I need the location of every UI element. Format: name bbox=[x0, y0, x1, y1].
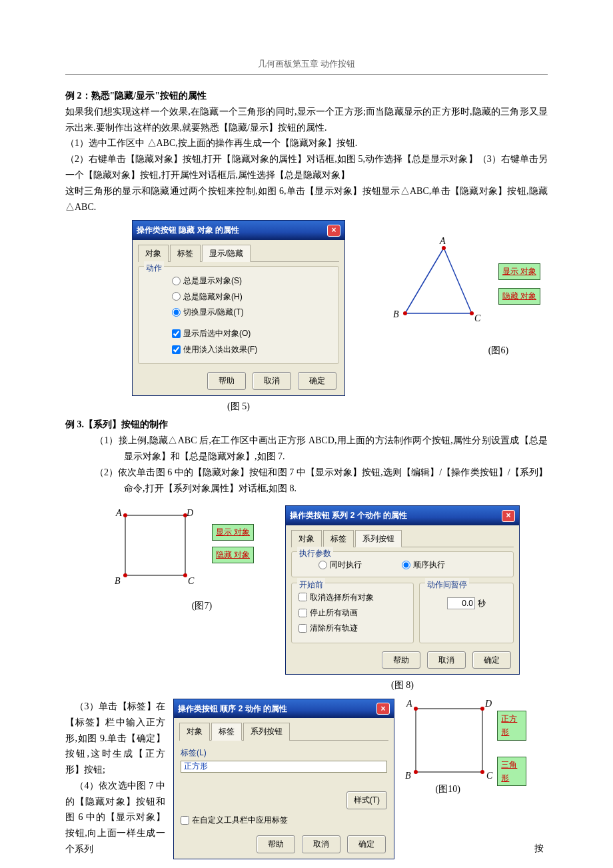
cancel-button[interactable]: 取消 bbox=[427, 651, 466, 669]
vertex-C: C bbox=[474, 311, 480, 327]
svg-line-0 bbox=[405, 248, 444, 313]
dialog5: 操作类按钮 隐藏 对象 的属性 × 对象 标签 显示/隐藏 动作 总是显示对象(… bbox=[132, 220, 345, 395]
s3-3: （3）单击【标签】在【标签】栏中输入正方形,如图 9.单击【确定】按钮,这时生成… bbox=[65, 699, 165, 778]
svg-point-12 bbox=[414, 707, 418, 711]
group-exec-title: 执行参数 bbox=[297, 547, 333, 560]
dialog9: 操作类按钮 顺序 2 动作 的属性 × 对象 标签 系列按钮 标签(L) 样 bbox=[173, 699, 394, 859]
p4: 这时三角形的显示和隐藏通过两个按钮来控制,如图 6,单击【显示对象】按钮显示△A… bbox=[65, 183, 548, 215]
group-exec: 执行参数 同时执行 顺序执行 bbox=[291, 551, 514, 577]
check-stopanim[interactable]: 停止所有动画 bbox=[299, 606, 406, 619]
dialog5-tabs: 对象 标签 显示/隐藏 bbox=[138, 244, 339, 262]
svg-point-15 bbox=[480, 770, 484, 774]
help-button[interactable]: 帮助 bbox=[257, 835, 295, 853]
hide-object-button[interactable]: 隐藏 对象 bbox=[212, 547, 254, 563]
dialog8-title: 操作类按钮 系列 2 个动作 的属性 bbox=[290, 509, 407, 522]
group-action-title: 动作 bbox=[144, 261, 164, 275]
p1: 如果我们想实现这样一个效果,在隐藏一个三角形的同时,显示一个正方形;而当隐藏显示… bbox=[65, 104, 548, 136]
svg-rect-6 bbox=[125, 515, 185, 575]
vertex-D: D bbox=[187, 505, 193, 521]
hide-object-button[interactable]: 隐藏 对象 bbox=[498, 288, 540, 304]
tab-object[interactable]: 对象 bbox=[138, 245, 169, 262]
figure8-caption: (图 8) bbox=[285, 677, 520, 693]
dialog5-buttons: 帮助 取消 确定 bbox=[138, 369, 339, 389]
figure7-container: A D B C 显示 对象 隐藏 对象 (图7) bbox=[112, 505, 265, 614]
figure6-container: A B C 显示 对象 隐藏 对象 (图6) bbox=[392, 240, 545, 359]
label-input[interactable] bbox=[181, 761, 387, 773]
figure10-caption: (图10) bbox=[402, 781, 493, 797]
figure7-caption: (图7) bbox=[139, 598, 265, 614]
radio-sequential[interactable]: 顺序执行 bbox=[402, 558, 445, 571]
close-icon[interactable]: × bbox=[376, 703, 390, 715]
svg-point-5 bbox=[470, 311, 474, 315]
help-button[interactable]: 帮助 bbox=[207, 372, 246, 389]
svg-rect-11 bbox=[416, 709, 482, 772]
vertex-B: B bbox=[115, 573, 121, 589]
ok-button[interactable]: 确定 bbox=[472, 651, 511, 669]
vertex-C: C bbox=[188, 573, 194, 589]
ok-button[interactable]: 确定 bbox=[298, 372, 336, 389]
close-icon[interactable]: × bbox=[502, 510, 515, 522]
square-icon bbox=[112, 505, 199, 592]
figure9-container: 操作类按钮 顺序 2 动作 的属性 × 对象 标签 系列按钮 标签(L) 样 bbox=[173, 699, 394, 859]
vertex-A: A bbox=[406, 696, 412, 712]
show-object-button[interactable]: 显示 对象 bbox=[212, 524, 254, 540]
square-icon bbox=[402, 702, 496, 789]
cancel-button[interactable]: 取消 bbox=[302, 835, 340, 853]
cancel-button[interactable]: 取消 bbox=[253, 372, 291, 389]
tab-label[interactable]: 标签 bbox=[211, 723, 242, 740]
group-pause-title: 动作间暂停 bbox=[425, 578, 469, 591]
check-apply-customtool[interactable]: 在自定义工具栏中应用标签 bbox=[181, 813, 387, 827]
close-icon[interactable]: × bbox=[327, 225, 340, 237]
label-field-label: 标签(L) bbox=[181, 746, 387, 759]
dialog9-buttons: 帮助 取消 确定 bbox=[179, 833, 388, 853]
ok-button[interactable]: 确定 bbox=[347, 835, 386, 853]
svg-line-1 bbox=[444, 248, 472, 313]
dialog8-titlebar: 操作类按钮 系列 2 个动作 的属性 × bbox=[286, 506, 519, 525]
pause-seconds-input[interactable] bbox=[447, 597, 475, 609]
page-header: 几何画板第五章 动作按钮 bbox=[65, 57, 548, 71]
tab-object[interactable]: 对象 bbox=[179, 723, 210, 740]
radio-toggle[interactable]: 切换显示/隐藏(T) bbox=[172, 305, 332, 319]
svg-point-10 bbox=[183, 573, 187, 577]
dialog8-buttons: 帮助 取消 确定 bbox=[291, 649, 514, 669]
svg-point-7 bbox=[123, 513, 127, 517]
radio-always-hide[interactable]: 总是隐藏对象(H) bbox=[172, 290, 332, 303]
s3-2: （2）依次单击图 6 中的【隐藏对象】按钮和图 7 中【显示对象】按钮,选则【编… bbox=[65, 465, 548, 497]
vertex-A: A bbox=[440, 233, 446, 249]
svg-point-9 bbox=[123, 573, 127, 577]
svg-point-4 bbox=[403, 311, 407, 315]
dialog9-titlebar: 操作类按钮 顺序 2 动作 的属性 × bbox=[174, 699, 394, 718]
check-deselect[interactable]: 取消选择所有对象 bbox=[299, 591, 406, 604]
group-pause: 动作间暂停 秒 bbox=[419, 583, 514, 643]
example3-title: 例 3.【系列】按钮的制作 bbox=[65, 417, 548, 433]
header-rule bbox=[65, 74, 548, 75]
style-button[interactable]: 样式(T) bbox=[346, 791, 387, 809]
show-object-button[interactable]: 显示 对象 bbox=[498, 263, 540, 279]
figure6-caption: (图6) bbox=[452, 343, 545, 359]
group-action: 动作 总是显示对象(S) 总是隐藏对象(H) 切换显示/隐藏(T) 显示后选中对… bbox=[138, 266, 339, 364]
pause-unit: 秒 bbox=[478, 597, 486, 610]
tab-showhide[interactable]: 显示/隐藏 bbox=[202, 245, 251, 262]
tab-label[interactable]: 标签 bbox=[170, 245, 201, 262]
p2: （1）选中工作区中 △ABC,按上面的操作再生成一个【隐藏对象】按钮. bbox=[65, 135, 548, 151]
svg-point-13 bbox=[480, 707, 484, 711]
figure8-container: 操作类按钮 系列 2 个动作 的属性 × 对象 标签 系列按钮 执行参数 同时执… bbox=[285, 505, 520, 693]
dialog9-tabs: 对象 标签 系列按钮 bbox=[179, 722, 388, 740]
triangle-button[interactable]: 三角形 bbox=[497, 757, 526, 787]
vertex-A: A bbox=[116, 505, 122, 521]
vertex-B: B bbox=[393, 307, 399, 323]
s3-1: （1）接上例,隐藏△ABC 后,在工作区中画出正方形 ABCD,用上面的方法制作… bbox=[65, 433, 548, 465]
tab-series[interactable]: 系列按钮 bbox=[355, 530, 402, 547]
tab-series[interactable]: 系列按钮 bbox=[243, 723, 290, 740]
check-fade[interactable]: 使用淡入淡出效果(F) bbox=[172, 343, 332, 356]
dialog8-tabs: 对象 标签 系列按钮 bbox=[291, 529, 514, 547]
check-cleartrace[interactable]: 清除所有轨迹 bbox=[299, 621, 406, 635]
dialog5-title: 操作类按钮 隐藏 对象 的属性 bbox=[137, 223, 239, 237]
help-button[interactable]: 帮助 bbox=[382, 651, 420, 669]
radio-always-show[interactable]: 总是显示对象(S) bbox=[172, 274, 332, 287]
square-button[interactable]: 正方形 bbox=[497, 711, 526, 741]
s3-4: （4）依次选中图 7 中的【隐藏对象】按钮和图 6 中的【显示对象】按钮,向上面… bbox=[65, 778, 165, 857]
tab-object[interactable]: 对象 bbox=[291, 530, 322, 547]
check-select-after[interactable]: 显示后选中对象(O) bbox=[172, 327, 332, 340]
tab-label[interactable]: 标签 bbox=[323, 530, 354, 547]
